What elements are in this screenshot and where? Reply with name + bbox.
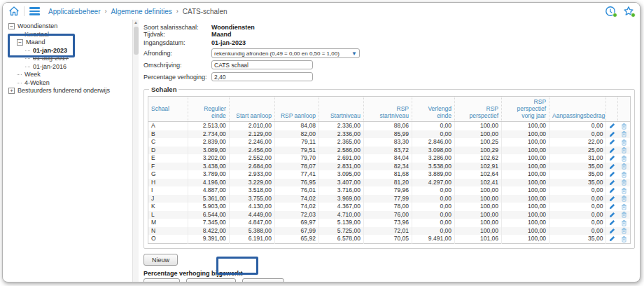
delete-icon[interactable] xyxy=(618,147,629,154)
value-cell: 35,00 xyxy=(550,179,606,187)
delete-icon[interactable] xyxy=(618,219,629,226)
table-row: F3.438,002.684,0078,072.831,0082,343.538… xyxy=(148,163,631,171)
edit-icon[interactable] xyxy=(607,155,617,161)
value-cell: 5.361,00 xyxy=(188,195,229,203)
value-cell: 3.518,00 xyxy=(229,186,274,195)
sluiten-button[interactable]: Sluiten xyxy=(144,278,180,282)
sidebar: −WoondienstenKwartaal−Maand01-jan-202301… xyxy=(3,20,139,282)
value-cell: 0,00 xyxy=(550,219,606,227)
omschrijving-input[interactable] xyxy=(211,60,313,69)
scroll-up-icon[interactable]: ▲ xyxy=(133,20,139,26)
value-cell: 2.129,00 xyxy=(229,130,274,139)
edit-icon[interactable] xyxy=(607,236,617,242)
info-badge-icon[interactable] xyxy=(605,6,616,17)
edit-icon[interactable] xyxy=(607,228,617,234)
value-cell: 3.089,00 xyxy=(188,147,229,155)
tree-item[interactable]: Kwartaal xyxy=(6,31,132,39)
tree-item[interactable]: 01-aug-2017 xyxy=(6,55,132,63)
tree-connector xyxy=(25,50,30,51)
table-row: O9.391,006.191,0065,926.578,0070,059.491… xyxy=(148,235,631,243)
edit-icon[interactable] xyxy=(607,212,617,218)
kopieren-button[interactable]: Kopiëren xyxy=(242,278,284,282)
afronding-selected-option: rekenkundig afronden (0,49 = 0,00 en 0,5… xyxy=(214,50,340,57)
edit-icon[interactable] xyxy=(607,187,617,193)
edit-icon[interactable] xyxy=(607,131,617,137)
value-cell: 4.710,00 xyxy=(318,211,363,219)
delete-icon[interactable] xyxy=(618,187,629,194)
value-cell: 0,00 xyxy=(412,211,454,219)
delete-icon[interactable] xyxy=(618,195,629,202)
column-header: RSP aanloop xyxy=(274,97,318,122)
favorite-star-icon[interactable] xyxy=(623,6,634,17)
delete-icon[interactable] xyxy=(618,130,629,137)
delete-icon[interactable] xyxy=(618,179,629,186)
tree-item[interactable]: +Bestuurders funderend onderwijs xyxy=(6,87,132,95)
delete-icon[interactable] xyxy=(618,236,629,243)
value-cell: 3.755,00 xyxy=(229,195,274,203)
notification-dot xyxy=(612,13,617,18)
afronding-select[interactable]: rekenkundig afronden (0,49 = 0,00 en 0,5… xyxy=(211,48,360,58)
edit-icon[interactable] xyxy=(607,219,617,226)
tree-connector xyxy=(25,58,30,59)
delete-icon[interactable] xyxy=(618,163,629,170)
verwijderen-button[interactable]: Verwijderen xyxy=(186,278,236,282)
delete-icon[interactable] xyxy=(618,203,629,210)
tree-item[interactable]: 01-jan-2016 xyxy=(6,63,132,72)
tree-item-label: 01-jan-2016 xyxy=(33,63,66,72)
value-cell: 100,00 xyxy=(454,211,501,219)
edit-icon[interactable] xyxy=(607,139,617,145)
value-cell: 0,00 xyxy=(412,227,454,236)
field-label: Soort salarisschaal: xyxy=(144,24,211,31)
value-cell: 3.095,00 xyxy=(318,170,363,179)
value-cell: 0,00 xyxy=(550,122,606,130)
value-cell: 83,72 xyxy=(363,147,412,155)
table-row: L6.544,004.449,0072,034.710,0076,000,001… xyxy=(148,211,631,219)
edit-icon[interactable] xyxy=(607,203,617,210)
tree-item[interactable]: Week xyxy=(6,71,132,79)
tree-item[interactable]: −Woondiensten xyxy=(6,22,132,31)
value-cell: 0,00 xyxy=(412,203,454,211)
tree-connector xyxy=(17,83,22,83)
breadcrumb-link[interactable]: Applicatiebeheer xyxy=(48,8,101,15)
delete-icon[interactable] xyxy=(618,171,629,178)
home-icon[interactable] xyxy=(8,6,20,17)
tree-item[interactable]: 01-jan-2023 xyxy=(6,47,132,55)
value-cell: 7.345,00 xyxy=(188,219,229,227)
value-cell: 2.010,00 xyxy=(229,122,274,130)
value-cell: 2.846,00 xyxy=(412,138,454,147)
edit-icon[interactable] xyxy=(607,147,617,154)
tijdvak-value: Maand xyxy=(211,31,232,38)
value-cell: 100,00 xyxy=(502,179,550,187)
value-cell: 0,00 xyxy=(412,219,454,227)
edit-icon[interactable] xyxy=(607,179,617,186)
column-header: Regulier einde xyxy=(188,97,229,122)
edit-icon[interactable] xyxy=(607,163,617,170)
value-cell: 102,62 xyxy=(454,154,501,163)
collapse-icon[interactable]: − xyxy=(17,39,23,46)
percentage-verhoging-input[interactable] xyxy=(211,72,313,81)
tree-item[interactable]: 4-Weken xyxy=(6,79,132,88)
delete-icon[interactable] xyxy=(618,139,629,146)
column-header-actions xyxy=(617,97,630,122)
delete-icon[interactable] xyxy=(618,123,629,130)
value-cell: 9.391,00 xyxy=(188,235,229,243)
sidebar-scrollbar[interactable]: ▲ xyxy=(132,20,139,282)
nieuw-button[interactable]: Nieuw xyxy=(144,254,178,266)
scrollbar-thumb[interactable] xyxy=(134,27,139,55)
expand-icon[interactable]: + xyxy=(8,88,15,94)
delete-icon[interactable] xyxy=(618,211,629,218)
edit-icon[interactable] xyxy=(607,196,617,202)
delete-icon[interactable] xyxy=(618,155,629,162)
table-row: M7.345,004.847,0069,975.139,0073,960,001… xyxy=(148,219,631,227)
delete-icon[interactable] xyxy=(618,227,629,234)
value-cell: 2.839,00 xyxy=(188,138,229,147)
menu-icon[interactable] xyxy=(29,7,40,15)
collapse-icon[interactable]: − xyxy=(8,23,15,29)
tree-item[interactable]: −Maand xyxy=(6,39,132,47)
edit-icon[interactable] xyxy=(607,123,617,129)
value-cell: 74,02 xyxy=(274,195,318,203)
edit-icon[interactable] xyxy=(607,171,617,177)
ingangsdatum-value: 01-jan-2023 xyxy=(211,39,246,46)
breadcrumb-link[interactable]: Algemene definities xyxy=(111,8,172,15)
schaal-cell: I xyxy=(148,186,188,195)
